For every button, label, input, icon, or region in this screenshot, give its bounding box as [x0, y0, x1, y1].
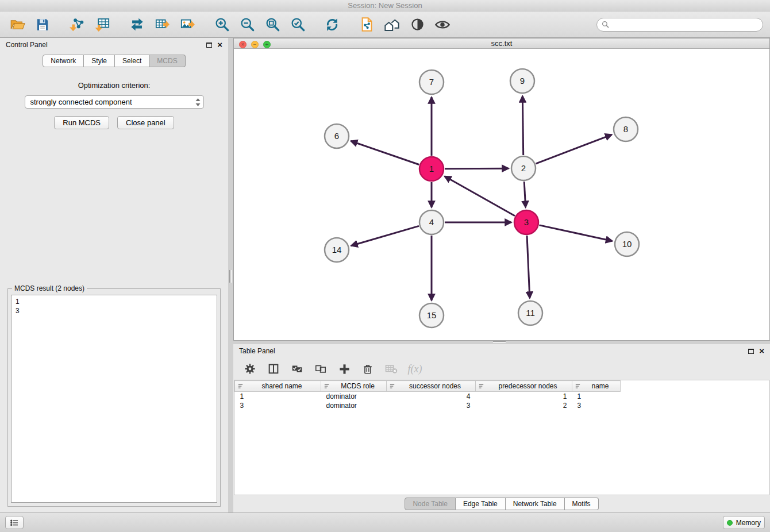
zoom-selected-button[interactable]	[287, 14, 308, 35]
cell-successor-nodes[interactable]: 4	[387, 392, 476, 401]
table-row[interactable]: 1 dominator 4 1 1	[235, 392, 621, 401]
tab-mcds[interactable]: MCDS	[149, 55, 185, 67]
function-builder-button[interactable]: f(x)	[407, 361, 422, 376]
zoom-selected-icon	[290, 17, 306, 32]
refresh-icon	[324, 17, 340, 33]
horizontal-splitter[interactable]	[233, 341, 770, 344]
close-table-panel-button[interactable]: ×	[759, 348, 764, 354]
window-minimize-button[interactable]: −	[251, 41, 259, 48]
column-header-mcds-role[interactable]: MCDS role	[321, 381, 387, 392]
graph-node-label: 4	[429, 217, 434, 227]
network-window-title: scc.txt	[491, 39, 513, 48]
session-group	[7, 14, 53, 35]
graph-edge-2-9[interactable]	[522, 96, 523, 155]
panel-splitter[interactable]	[228, 38, 233, 512]
memory-status-icon	[727, 520, 733, 526]
format-columns-button[interactable]	[266, 361, 281, 376]
optimization-dropdown[interactable]: strongly connected component	[25, 95, 204, 109]
graph-edge-4-14[interactable]	[351, 226, 419, 245]
run-mcds-button[interactable]: Run MCDS	[54, 116, 109, 129]
list-icon	[9, 518, 20, 528]
import-network-icon	[70, 17, 85, 32]
cell-mcds-role[interactable]: dominator	[321, 392, 387, 401]
delete-table-button[interactable]	[384, 361, 399, 376]
window-zoom-button[interactable]: +	[263, 41, 271, 48]
graph-edge-1-2[interactable]	[445, 168, 509, 169]
cell-mcds-role[interactable]: dominator	[321, 401, 387, 410]
tab-node-table[interactable]: Node Table	[405, 498, 456, 510]
graph-edge-3-11[interactable]	[527, 236, 530, 298]
export-image-button[interactable]	[177, 14, 198, 35]
zoom-in-button[interactable]	[211, 14, 232, 35]
open-session-button[interactable]	[7, 14, 28, 35]
column-header-successor-nodes[interactable]: successor nodes	[387, 381, 476, 392]
graph-edge-2-8[interactable]	[536, 134, 611, 164]
float-table-panel-button[interactable]	[748, 349, 754, 354]
show-graphics-button[interactable]	[432, 14, 453, 35]
import-group	[67, 14, 113, 35]
export-network-button[interactable]	[126, 14, 147, 35]
create-column-button[interactable]	[337, 361, 352, 376]
unselect-all-button[interactable]	[313, 361, 328, 376]
cell-name[interactable]: 3	[572, 401, 621, 410]
column-header-shared-name[interactable]: shared name	[235, 381, 321, 392]
cell-shared-name[interactable]: 1	[235, 392, 321, 401]
graph-edge-3-1[interactable]	[445, 176, 515, 216]
memory-button[interactable]: Memory	[723, 516, 765, 529]
main-toolbar	[0, 11, 770, 38]
view-group	[356, 14, 453, 35]
cell-successor-nodes[interactable]: 3	[387, 401, 476, 410]
import-table-icon	[95, 17, 110, 32]
tab-network[interactable]: Network	[43, 55, 84, 67]
zoom-out-button[interactable]	[237, 14, 257, 35]
search-box[interactable]	[596, 18, 763, 32]
contrast-icon	[410, 17, 425, 32]
zoom-fit-icon	[265, 17, 280, 32]
float-panel-button[interactable]	[206, 43, 212, 48]
save-session-button[interactable]	[32, 14, 53, 35]
network-overview-button[interactable]	[382, 14, 402, 35]
zoom-fit-button[interactable]	[262, 14, 283, 35]
mcds-result-text[interactable]: 1 3	[11, 295, 217, 503]
task-history-button[interactable]	[5, 516, 24, 529]
cell-name[interactable]: 1	[572, 392, 621, 401]
close-panel-button[interactable]: Close panel	[117, 116, 174, 129]
tab-edge-table[interactable]: Edge Table	[456, 498, 506, 510]
control-panel-tabs: Network Style Select MCDS	[0, 55, 228, 67]
import-network-button[interactable]	[67, 14, 87, 35]
import-table-button[interactable]	[92, 14, 113, 35]
table-header-row: shared name MCDS role	[235, 381, 621, 392]
tab-network-table[interactable]: Network Table	[506, 498, 565, 510]
cell-predecessor-nodes[interactable]: 2	[476, 401, 572, 410]
tab-select[interactable]: Select	[115, 55, 149, 67]
column-header-name[interactable]: name	[572, 381, 621, 392]
graph-edge-3-10[interactable]	[539, 225, 612, 241]
table-row[interactable]: 3 dominator 3 2 3	[235, 401, 621, 410]
network-canvas[interactable]: 7968124314101511	[234, 49, 769, 340]
tab-style[interactable]: Style	[84, 55, 115, 67]
tab-motifs[interactable]: Motifs	[565, 498, 599, 510]
sort-icon	[389, 383, 395, 390]
select-all-button[interactable]	[290, 361, 305, 376]
graph-node-label: 7	[429, 77, 434, 87]
graph-edge-1-6[interactable]	[351, 141, 419, 164]
sort-icon	[237, 383, 244, 390]
search-input[interactable]	[612, 21, 758, 29]
export-group	[126, 14, 198, 35]
node-table: shared name MCDS role	[234, 380, 769, 495]
delete-column-button[interactable]	[360, 361, 375, 376]
export-table-button[interactable]	[152, 14, 172, 35]
network-graph[interactable]: 7968124314101511	[234, 49, 769, 338]
graph-edge-2-3[interactable]	[524, 182, 525, 207]
window-close-button[interactable]: ×	[239, 41, 247, 48]
table-toolbar: f(x)	[233, 358, 770, 380]
close-panel-x-button[interactable]: ×	[217, 41, 222, 48]
column-header-predecessor-nodes[interactable]: predecessor nodes	[476, 381, 572, 392]
column-settings-button[interactable]	[242, 361, 257, 376]
cell-predecessor-nodes[interactable]: 1	[476, 392, 572, 401]
refresh-view-button[interactable]	[322, 14, 342, 35]
graphics-details-button[interactable]	[407, 14, 428, 35]
export-web-button[interactable]	[356, 14, 377, 35]
sort-icon	[575, 383, 581, 390]
cell-shared-name[interactable]: 3	[235, 401, 321, 410]
